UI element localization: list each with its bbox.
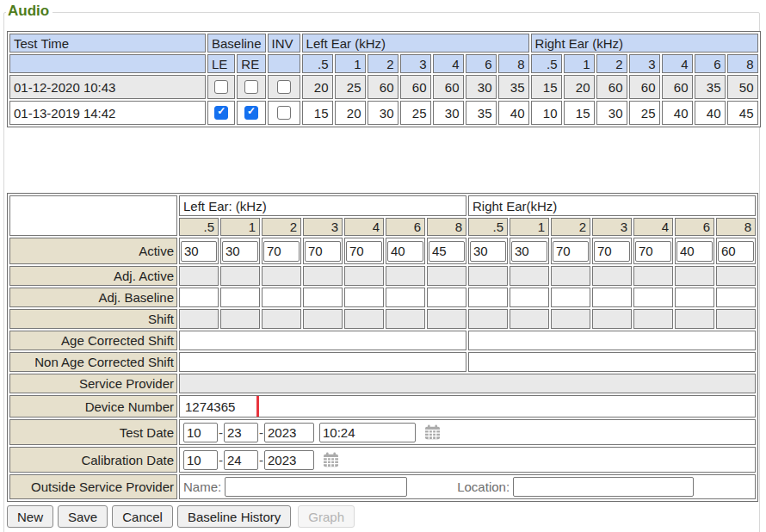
adj-active-cell — [386, 266, 425, 286]
row-label-test-date: Test Date — [9, 419, 177, 445]
shift-cell — [633, 309, 673, 329]
service-provider-cell — [179, 374, 756, 393]
threshold-cell: 35 — [498, 75, 529, 99]
threshold-cell: 45 — [727, 101, 758, 125]
active-threshold-input[interactable] — [470, 241, 506, 262]
freq-header-cell: 2 — [596, 54, 627, 73]
date-separator: - — [259, 425, 263, 440]
freq-header-cell: 6 — [386, 218, 425, 236]
history-row: 01-12-2020 10:43 20256060603035152060606… — [9, 75, 758, 99]
baseline-re-cell — [237, 75, 265, 99]
active-threshold-input[interactable] — [511, 241, 547, 262]
calibration-month-input[interactable] — [183, 450, 218, 470]
baseline-le-cell — [207, 75, 235, 99]
cancel-button[interactable]: Cancel — [112, 505, 173, 528]
threshold-cell: 60 — [368, 75, 398, 99]
freq-header-cell: 3 — [592, 218, 632, 236]
test-date-month-input[interactable] — [183, 423, 218, 442]
calendar-icon[interactable] — [424, 424, 441, 440]
active-threshold-input[interactable] — [387, 241, 423, 262]
calibration-day-input[interactable] — [224, 450, 258, 470]
column-header-test-time: Test Time — [9, 34, 206, 53]
active-threshold-input[interactable] — [635, 241, 671, 262]
adj-baseline-cell — [468, 288, 508, 307]
baseline-le-checkbox[interactable] — [214, 106, 228, 120]
column-header-left-ear: Left Ear (kHz) — [302, 34, 529, 53]
active-threshold-input[interactable] — [429, 241, 465, 262]
row-label-outside-service-provider: Outside Service Provider — [9, 474, 177, 499]
test-time-cell: 01-12-2020 10:43 — [9, 75, 206, 99]
audiogram-history-table: Test Time Baseline INV Left Ear (kHz) Ri… — [7, 31, 761, 127]
active-threshold-input[interactable] — [676, 241, 713, 262]
calendar-icon[interactable] — [323, 452, 339, 467]
shift-cell — [510, 309, 549, 329]
threshold-cell: 60 — [596, 75, 627, 99]
active-threshold-input[interactable] — [718, 241, 754, 262]
freq-header-cell: 4 — [344, 218, 384, 236]
device-number-input[interactable] — [183, 397, 364, 416]
freq-header-cell: 2 — [262, 218, 301, 236]
active-threshold-cell — [179, 238, 219, 264]
freq-header-cell: 1 — [510, 218, 549, 236]
active-threshold-cell — [427, 238, 466, 264]
inv-checkbox[interactable] — [277, 80, 291, 94]
calibration-year-input[interactable] — [264, 450, 314, 470]
active-threshold-input[interactable] — [181, 241, 217, 262]
freq-header-cell: 6 — [466, 54, 497, 73]
device-number-cell — [179, 395, 756, 418]
threshold-cell: 40 — [498, 101, 529, 125]
freq-header-cell: 3 — [400, 54, 431, 73]
row-label-device-number: Device Number — [9, 395, 177, 418]
baseline-re-checkbox[interactable] — [244, 106, 258, 120]
shift-cell — [427, 309, 466, 329]
active-threshold-input[interactable] — [263, 241, 300, 262]
threshold-cell: 25 — [335, 75, 366, 99]
active-threshold-input[interactable] — [553, 241, 589, 262]
date-separator: - — [219, 425, 223, 440]
threshold-cell: 15 — [531, 75, 562, 99]
threshold-cell: 25 — [629, 101, 660, 125]
active-threshold-input[interactable] — [594, 241, 630, 262]
column-header-inv: INV — [268, 34, 300, 53]
outside-provider-name-input[interactable] — [225, 477, 407, 497]
adj-active-cell — [510, 266, 549, 286]
adj-baseline-cell — [179, 288, 219, 307]
adj-baseline-cell — [592, 288, 632, 307]
outside-service-provider-cell: Name: Location: — [179, 474, 756, 499]
shift-cell — [303, 309, 343, 329]
freq-header-cell: 6 — [695, 54, 726, 73]
threshold-cell: 40 — [695, 101, 726, 125]
threshold-cell: 20 — [302, 75, 333, 99]
adj-active-cell — [551, 266, 590, 286]
active-threshold-input[interactable] — [346, 241, 382, 262]
shift-cell — [468, 309, 508, 329]
graph-button: Graph — [298, 505, 355, 528]
test-time-input[interactable] — [319, 423, 416, 442]
audiogram-entry-table: Left Ear: (kHz) Right Ear(kHz) .5123468.… — [7, 193, 758, 502]
save-button[interactable]: Save — [58, 505, 108, 528]
test-date-day-input[interactable] — [224, 423, 258, 442]
freq-header-cell: 4 — [633, 218, 673, 236]
adj-baseline-cell — [716, 288, 756, 307]
corner-cell — [9, 195, 177, 236]
shift-cell — [716, 309, 756, 329]
new-button[interactable]: New — [7, 505, 53, 528]
inv-checkbox[interactable] — [277, 106, 291, 120]
outside-provider-location-input[interactable] — [513, 477, 694, 497]
action-button-row: New Save Cancel Baseline History Graph — [7, 505, 355, 528]
threshold-cell: 60 — [629, 75, 660, 99]
baseline-re-checkbox[interactable] — [244, 80, 258, 94]
baseline-le-checkbox[interactable] — [214, 80, 228, 94]
active-threshold-input[interactable] — [222, 241, 258, 262]
active-threshold-cell — [675, 238, 714, 264]
freq-header-cell: 4 — [662, 54, 693, 73]
row-label-active: Active — [9, 238, 177, 264]
threshold-cell: 40 — [662, 101, 693, 125]
non-age-corrected-shift-right-cell — [468, 352, 756, 372]
active-threshold-input[interactable] — [305, 241, 341, 262]
baseline-history-button[interactable]: Baseline History — [177, 505, 291, 528]
test-date-year-input[interactable] — [264, 423, 314, 442]
adj-active-cell — [592, 266, 632, 286]
threshold-cell: 30 — [433, 101, 464, 125]
row-label-age-corrected-shift: Age Corrected Shift — [9, 331, 177, 350]
